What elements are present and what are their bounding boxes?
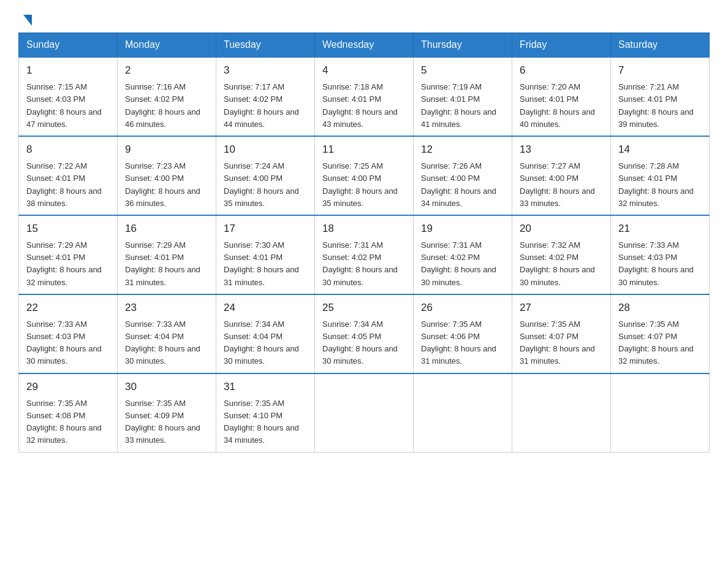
- day-info: Sunrise: 7:25 AMSunset: 4:00 PMDaylight:…: [322, 161, 398, 207]
- calendar-cell: 4Sunrise: 7:18 AMSunset: 4:01 PMDaylight…: [315, 57, 414, 136]
- day-number: 27: [520, 300, 603, 316]
- day-number: 15: [26, 221, 110, 237]
- col-header-monday: Monday: [118, 33, 216, 58]
- day-number: 19: [421, 221, 504, 237]
- day-info: Sunrise: 7:28 AMSunset: 4:01 PMDaylight:…: [618, 161, 694, 207]
- day-info: Sunrise: 7:22 AMSunset: 4:01 PMDaylight:…: [26, 161, 102, 207]
- day-info: Sunrise: 7:17 AMSunset: 4:02 PMDaylight:…: [224, 82, 299, 128]
- day-number: 22: [26, 300, 110, 316]
- calendar-cell: 25Sunrise: 7:34 AMSunset: 4:05 PMDayligh…: [315, 294, 414, 373]
- calendar-cell: [611, 373, 710, 452]
- day-info: Sunrise: 7:30 AMSunset: 4:01 PMDaylight:…: [224, 240, 299, 286]
- calendar-cell: 2Sunrise: 7:16 AMSunset: 4:02 PMDaylight…: [118, 57, 216, 136]
- day-info: Sunrise: 7:19 AMSunset: 4:01 PMDaylight:…: [421, 82, 496, 128]
- col-header-friday: Friday: [512, 33, 611, 58]
- day-number: 6: [520, 63, 603, 79]
- day-number: 2: [125, 63, 208, 79]
- day-info: Sunrise: 7:35 AMSunset: 4:09 PMDaylight:…: [125, 399, 200, 445]
- day-number: 7: [618, 63, 702, 79]
- day-info: Sunrise: 7:33 AMSunset: 4:03 PMDaylight:…: [618, 240, 694, 286]
- day-info: Sunrise: 7:16 AMSunset: 4:02 PMDaylight:…: [125, 82, 200, 128]
- calendar-cell: 29Sunrise: 7:35 AMSunset: 4:08 PMDayligh…: [19, 373, 118, 452]
- calendar-week-4: 22Sunrise: 7:33 AMSunset: 4:03 PMDayligh…: [19, 294, 710, 373]
- day-number: 28: [618, 300, 702, 316]
- day-number: 30: [125, 379, 208, 395]
- calendar-table: SundayMondayTuesdayWednesdayThursdayFrid…: [18, 33, 710, 453]
- day-info: Sunrise: 7:35 AMSunset: 4:07 PMDaylight:…: [520, 320, 595, 366]
- calendar-cell: 1Sunrise: 7:15 AMSunset: 4:03 PMDaylight…: [19, 57, 118, 136]
- calendar-week-5: 29Sunrise: 7:35 AMSunset: 4:08 PMDayligh…: [19, 373, 710, 452]
- day-number: 17: [224, 221, 307, 237]
- calendar-cell: 22Sunrise: 7:33 AMSunset: 4:03 PMDayligh…: [19, 294, 118, 373]
- calendar-cell: 30Sunrise: 7:35 AMSunset: 4:09 PMDayligh…: [118, 373, 216, 452]
- day-info: Sunrise: 7:32 AMSunset: 4:02 PMDaylight:…: [520, 240, 595, 286]
- calendar-cell: 18Sunrise: 7:31 AMSunset: 4:02 PMDayligh…: [315, 215, 414, 294]
- day-number: 3: [224, 63, 307, 79]
- page-header: [18, 12, 710, 23]
- calendar-cell: 5Sunrise: 7:19 AMSunset: 4:01 PMDaylight…: [414, 57, 512, 136]
- day-info: Sunrise: 7:21 AMSunset: 4:01 PMDaylight:…: [618, 82, 694, 128]
- day-number: 5: [421, 63, 504, 79]
- day-info: Sunrise: 7:18 AMSunset: 4:01 PMDaylight:…: [322, 82, 398, 128]
- calendar-cell: 24Sunrise: 7:34 AMSunset: 4:04 PMDayligh…: [216, 294, 315, 373]
- calendar-cell: 9Sunrise: 7:23 AMSunset: 4:00 PMDaylight…: [118, 136, 216, 215]
- day-info: Sunrise: 7:27 AMSunset: 4:00 PMDaylight:…: [520, 161, 595, 207]
- day-info: Sunrise: 7:35 AMSunset: 4:10 PMDaylight:…: [224, 399, 299, 445]
- calendar-cell: 6Sunrise: 7:20 AMSunset: 4:01 PMDaylight…: [512, 57, 611, 136]
- calendar-cell: 12Sunrise: 7:26 AMSunset: 4:00 PMDayligh…: [414, 136, 512, 215]
- day-number: 26: [421, 300, 504, 316]
- day-info: Sunrise: 7:26 AMSunset: 4:00 PMDaylight:…: [421, 161, 496, 207]
- day-number: 24: [224, 300, 307, 316]
- day-number: 25: [322, 300, 406, 316]
- day-number: 11: [322, 142, 406, 158]
- day-number: 4: [322, 63, 406, 79]
- day-number: 8: [26, 142, 110, 158]
- calendar-cell: 27Sunrise: 7:35 AMSunset: 4:07 PMDayligh…: [512, 294, 611, 373]
- calendar-cell: 3Sunrise: 7:17 AMSunset: 4:02 PMDaylight…: [216, 57, 315, 136]
- calendar-cell: 26Sunrise: 7:35 AMSunset: 4:06 PMDayligh…: [414, 294, 512, 373]
- day-number: 31: [224, 379, 307, 395]
- calendar-cell: [315, 373, 414, 452]
- calendar-cell: 20Sunrise: 7:32 AMSunset: 4:02 PMDayligh…: [512, 215, 611, 294]
- calendar-cell: 28Sunrise: 7:35 AMSunset: 4:07 PMDayligh…: [611, 294, 710, 373]
- day-info: Sunrise: 7:29 AMSunset: 4:01 PMDaylight:…: [26, 240, 102, 286]
- day-number: 14: [618, 142, 702, 158]
- calendar-cell: 11Sunrise: 7:25 AMSunset: 4:00 PMDayligh…: [315, 136, 414, 215]
- day-number: 13: [520, 142, 603, 158]
- day-info: Sunrise: 7:35 AMSunset: 4:08 PMDaylight:…: [26, 399, 102, 445]
- col-header-thursday: Thursday: [414, 33, 512, 58]
- logo-arrow-icon: [23, 15, 32, 26]
- calendar-cell: 16Sunrise: 7:29 AMSunset: 4:01 PMDayligh…: [118, 215, 216, 294]
- day-number: 10: [224, 142, 307, 158]
- day-number: 12: [421, 142, 504, 158]
- col-header-sunday: Sunday: [19, 33, 118, 58]
- day-info: Sunrise: 7:33 AMSunset: 4:04 PMDaylight:…: [125, 320, 200, 366]
- calendar-cell: 23Sunrise: 7:33 AMSunset: 4:04 PMDayligh…: [118, 294, 216, 373]
- calendar-cell: 14Sunrise: 7:28 AMSunset: 4:01 PMDayligh…: [611, 136, 710, 215]
- day-info: Sunrise: 7:34 AMSunset: 4:04 PMDaylight:…: [224, 320, 299, 366]
- col-header-tuesday: Tuesday: [216, 33, 315, 58]
- logo-general: [18, 12, 32, 26]
- day-number: 20: [520, 221, 603, 237]
- day-number: 21: [618, 221, 702, 237]
- day-info: Sunrise: 7:31 AMSunset: 4:02 PMDaylight:…: [421, 240, 496, 286]
- logo: [18, 12, 32, 23]
- calendar-cell: 7Sunrise: 7:21 AMSunset: 4:01 PMDaylight…: [611, 57, 710, 136]
- day-info: Sunrise: 7:35 AMSunset: 4:06 PMDaylight:…: [421, 320, 496, 366]
- calendar-cell: 31Sunrise: 7:35 AMSunset: 4:10 PMDayligh…: [216, 373, 315, 452]
- calendar-cell: 13Sunrise: 7:27 AMSunset: 4:00 PMDayligh…: [512, 136, 611, 215]
- calendar-cell: 10Sunrise: 7:24 AMSunset: 4:00 PMDayligh…: [216, 136, 315, 215]
- calendar-week-3: 15Sunrise: 7:29 AMSunset: 4:01 PMDayligh…: [19, 215, 710, 294]
- calendar-cell: 8Sunrise: 7:22 AMSunset: 4:01 PMDaylight…: [19, 136, 118, 215]
- calendar-cell: [512, 373, 611, 452]
- calendar-header-row: SundayMondayTuesdayWednesdayThursdayFrid…: [19, 33, 710, 58]
- col-header-saturday: Saturday: [611, 33, 710, 58]
- day-info: Sunrise: 7:20 AMSunset: 4:01 PMDaylight:…: [520, 82, 595, 128]
- calendar-week-1: 1Sunrise: 7:15 AMSunset: 4:03 PMDaylight…: [19, 57, 710, 136]
- day-info: Sunrise: 7:34 AMSunset: 4:05 PMDaylight:…: [322, 320, 398, 366]
- day-info: Sunrise: 7:15 AMSunset: 4:03 PMDaylight:…: [26, 82, 102, 128]
- calendar-cell: 17Sunrise: 7:30 AMSunset: 4:01 PMDayligh…: [216, 215, 315, 294]
- day-number: 9: [125, 142, 208, 158]
- day-info: Sunrise: 7:24 AMSunset: 4:00 PMDaylight:…: [224, 161, 299, 207]
- day-number: 29: [26, 379, 110, 395]
